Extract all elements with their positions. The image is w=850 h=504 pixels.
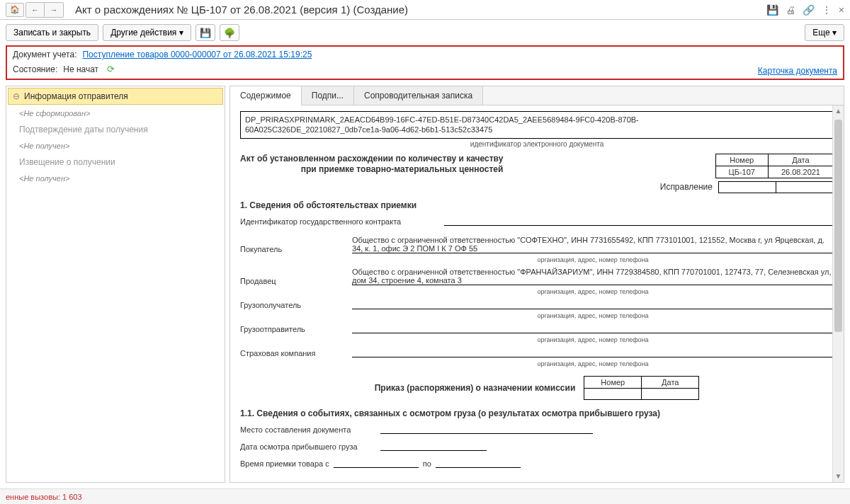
contract-label: Идентификатор государственного контракта — [240, 217, 438, 226]
insurance-label: Страховая компания — [240, 349, 346, 357]
toolbar: Записать и закрыть Другие действия ▾ 💾 🌳… — [0, 20, 850, 45]
time-row: Время приемки товара с по — [240, 458, 834, 468]
consignor-label: Грузоотправитель — [240, 325, 346, 333]
tab-content[interactable]: Содержимое — [230, 86, 302, 105]
home-button[interactable]: 🏠 — [6, 3, 24, 17]
state-value: Не начат — [63, 64, 98, 74]
order-date-h: Дата — [642, 376, 699, 388]
save-icon[interactable]: 💾 — [766, 4, 778, 16]
forward-button[interactable]: → — [45, 3, 63, 17]
more-icon[interactable]: ⋮ — [822, 4, 832, 16]
num-date-table: НомерДата ЦБ-10726.08.2021 — [715, 154, 834, 178]
tab-sign[interactable]: Подпи... — [302, 86, 354, 105]
doc-id-label: идентификатор электронного документа — [240, 140, 834, 148]
tabs: Содержимое Подпи... Сопроводительная зап… — [230, 86, 844, 105]
right-panel: Содержимое Подпи... Сопроводительная зап… — [230, 86, 844, 483]
top-right-icons: 💾 🖨 🔗 ⋮ × — [766, 4, 844, 16]
not-formed: <Не сформирован> — [6, 106, 225, 120]
state-row: Состояние: Не начат ⟳ — [13, 64, 837, 74]
not-received-2: <Не получен> — [6, 171, 225, 185]
refresh-icon[interactable]: ⟳ — [107, 64, 115, 74]
collapse-icon[interactable]: ⊖ — [13, 91, 20, 101]
back-button[interactable]: ← — [26, 3, 45, 17]
date-header: Дата — [768, 154, 833, 166]
num-value: ЦБ-107 — [715, 166, 768, 178]
footer: енные вызовы: 1 603 — [0, 488, 850, 504]
order-row: Приказ (распоряжения) о назначении комис… — [240, 376, 834, 400]
print-icon[interactable]: 🖨 — [786, 4, 795, 16]
insp-date-value — [380, 441, 487, 451]
topbar: 🏠 ← → Акт о расхождениях № ЦБ-107 от 26.… — [0, 0, 850, 20]
insp-date-label: Дата осмотра прибывшего груза — [240, 442, 375, 451]
place-row: Место составления документа — [240, 424, 834, 434]
time-to-label: по — [423, 459, 431, 468]
scroll-thumb[interactable] — [834, 120, 842, 332]
document-body: DP_PRIRASXPRINMARK_2AEACD64B99-16FC-47ED… — [230, 105, 844, 482]
other-actions-button[interactable]: Другие действия ▾ — [103, 24, 191, 41]
section-11: 1.1. Сведения о событиях, связанных с ос… — [240, 408, 834, 418]
consignor-value — [352, 323, 834, 333]
card-link[interactable]: Карточка документа — [758, 66, 837, 76]
seller-hint: организация, адрес, номер телефона — [352, 288, 834, 295]
calls-value: 1 603 — [62, 493, 82, 501]
consignee-value — [352, 299, 834, 309]
seller-row: Продавец Общество с ограниченной ответст… — [240, 268, 834, 285]
consignee-hint: организация, адрес, номер телефона — [352, 312, 834, 319]
structure-icon-button[interactable]: 🌳 — [220, 24, 239, 41]
section-1: 1. Сведения об обстоятельствах приемки — [240, 200, 834, 210]
scroll-up-icon[interactable]: ▲ — [833, 105, 844, 117]
insurance-value — [352, 348, 834, 357]
order-label: Приказ (распоряжения) о назначении комис… — [375, 383, 576, 393]
app-root: 🏠 ← → Акт о расхождениях № ЦБ-107 от 26.… — [0, 0, 850, 504]
time-label: Время приемки товара с — [240, 459, 329, 468]
close-icon[interactable]: × — [839, 4, 844, 16]
buyer-hint: организация, адрес, номер телефона — [352, 256, 834, 263]
contract-row: Идентификатор государственного контракта — [240, 216, 834, 226]
insurance-row: Страховая компания — [240, 348, 834, 357]
head-line2: при приемке товарно-материальных ценност… — [240, 164, 503, 176]
doc-id-box: DP_PRIRASXPRINMARK_2AEACD64B99-16FC-47ED… — [240, 111, 834, 139]
save-close-button[interactable]: Записать и закрыть — [6, 24, 98, 41]
num-header: Номер — [715, 154, 768, 166]
vertical-scrollbar[interactable]: ▲ ▼ — [832, 105, 844, 482]
consignee-row: Грузополучатель — [240, 299, 834, 309]
page-title: Акт о расхождениях № ЦБ-107 от 26.08.202… — [69, 4, 766, 16]
nav-group: ← → — [26, 2, 64, 18]
consignor-hint: организация, адрес, номер телефона — [352, 336, 834, 343]
time-from — [334, 458, 419, 468]
doc-id-line2: 60A025C326DE_20210827_0db7ce1a-9a06-4d62… — [245, 125, 829, 134]
tab-cover[interactable]: Сопроводительная записка — [354, 86, 483, 105]
consignee-label: Грузополучатель — [240, 301, 346, 309]
insurance-hint: организация, адрес, номер телефона — [352, 360, 834, 367]
main: ⊖ Информация отправителя <Не сформирован… — [6, 86, 844, 483]
seller-value: Общество с ограниченной ответственностью… — [352, 268, 834, 285]
time-to — [436, 458, 521, 468]
doc-link[interactable]: Поступление товаров 0000-000007 от 26.08… — [82, 50, 312, 59]
more-button[interactable]: Еще ▾ — [805, 24, 844, 41]
place-label: Место составления документа — [240, 425, 375, 434]
calls-label: енные вызовы: — [6, 493, 62, 501]
info-block: Документ учета: Поступление товаров 0000… — [6, 45, 844, 80]
sender-info-header[interactable]: ⊖ Информация отправителя — [8, 88, 223, 105]
calls-text: енные вызовы: 1 603 — [6, 493, 82, 501]
head-row: Акт об установленном расхождении по коли… — [240, 154, 834, 178]
save-icon-button[interactable]: 💾 — [196, 24, 215, 41]
order-table: НомерДата — [584, 376, 699, 400]
insp-date-row: Дата осмотра прибывшего груза — [240, 441, 834, 451]
link-icon[interactable]: 🔗 — [803, 4, 815, 16]
buyer-value: Общество с ограниченной ответственностью… — [352, 236, 834, 253]
scroll-down-icon[interactable]: ▼ — [833, 471, 844, 482]
order-num-h: Номер — [584, 376, 642, 388]
left-panel: ⊖ Информация отправителя <Не сформирован… — [6, 86, 225, 483]
head-text: Акт об установленном расхождении по коли… — [240, 154, 503, 176]
place-value — [380, 424, 593, 434]
state-label: Состояние: — [13, 64, 57, 74]
date-value: 26.08.2021 — [768, 166, 833, 178]
contract-value — [444, 216, 834, 226]
buyer-label: Покупатель — [240, 245, 346, 253]
confirm-section[interactable]: Подтверждение даты получения — [6, 120, 225, 139]
sender-info-label: Информация отправителя — [24, 91, 128, 101]
notice-section[interactable]: Извещение о получении — [6, 153, 225, 171]
doc-row: Документ учета: Поступление товаров 0000… — [13, 50, 837, 59]
correction-label: Исправление — [660, 182, 713, 192]
